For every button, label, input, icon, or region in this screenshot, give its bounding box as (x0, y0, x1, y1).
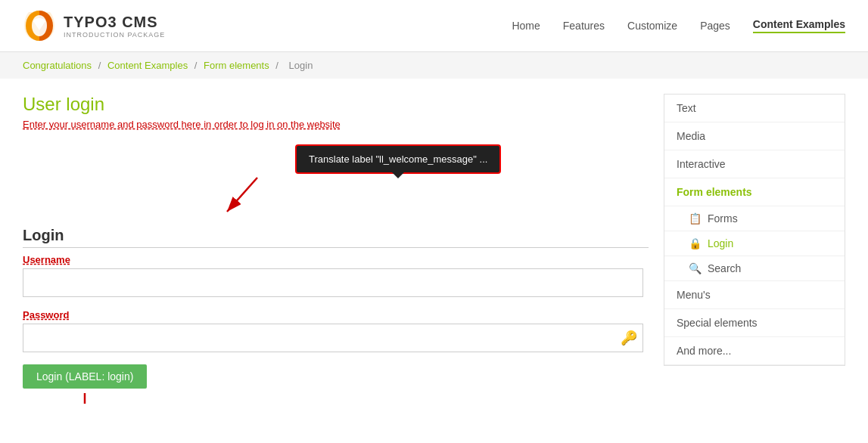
nav-content-examples[interactable]: Content Examples (753, 18, 845, 33)
nav-features[interactable]: Features (563, 20, 605, 32)
sidebar-item-interactive[interactable]: Interactive (664, 150, 845, 178)
login-arrow-icon (70, 392, 100, 404)
arrow-area (23, 174, 649, 219)
logo-text: TYPO3 CMS INTRODUCTION PACKAGE (64, 14, 165, 39)
breadcrumb-content-examples[interactable]: Content Examples (107, 60, 188, 71)
breadcrumb-congratulations[interactable]: Congratulations (23, 60, 92, 71)
svg-line-2 (227, 178, 257, 212)
nav-pages[interactable]: Pages (700, 20, 730, 32)
tooltip-bubble: Translate label "ll_welcome_message" ... (295, 144, 501, 174)
login-section-title: Login (23, 227, 649, 248)
logo-subtitle: INTRODUCTION PACKAGE (64, 31, 165, 39)
login-icon: 🔒 (689, 237, 702, 249)
password-label: Password (23, 309, 649, 321)
search-label: Search (708, 262, 741, 274)
search-icon: 🔍 (689, 262, 702, 274)
logo-area: TYPO3 CMS INTRODUCTION PACKAGE (23, 9, 165, 42)
breadcrumb-form-elements[interactable]: Form elements (204, 60, 269, 71)
main-layout: User login Enter your username and passw… (0, 79, 868, 404)
page-subtitle: Enter your username and password here in… (23, 119, 649, 130)
sidebar-item-login[interactable]: 🔒 Login (664, 231, 845, 256)
password-field-group: Password 🔑 (23, 309, 649, 352)
sidebar-item-and-more[interactable]: And more... (664, 337, 845, 365)
page-title: User login (23, 94, 649, 115)
breadcrumb-login: Login (289, 60, 313, 71)
key-icon: 🔑 (621, 330, 637, 346)
sidebar-item-special-elements[interactable]: Special elements (664, 309, 845, 337)
forms-icon: 📋 (689, 212, 702, 225)
tooltip-text: Translate label "ll_welcome_message" ... (309, 153, 487, 165)
breadcrumb-separator-1: / (98, 60, 104, 71)
username-field-group: Username (23, 254, 649, 297)
login-button[interactable]: Login (LABEL: login) (23, 364, 147, 389)
logo-title: TYPO3 CMS (64, 14, 165, 31)
forms-label: Forms (708, 212, 738, 225)
login-button-area: Login (LABEL: login) (23, 364, 147, 389)
password-wrapper: 🔑 (23, 324, 643, 352)
sidebar-item-forms[interactable]: 📋 Forms (664, 206, 845, 231)
main-nav: Home Features Customize Pages Content Ex… (512, 18, 845, 33)
tooltip-wrapper: Translate label "ll_welcome_message" ... (295, 144, 501, 174)
nav-home[interactable]: Home (512, 20, 540, 32)
typo3-logo-icon (23, 9, 56, 42)
site-header: TYPO3 CMS INTRODUCTION PACKAGE Home Feat… (0, 0, 868, 52)
username-label: Username (23, 254, 649, 265)
password-input[interactable] (23, 324, 643, 352)
red-arrow-icon (212, 174, 272, 219)
breadcrumb-separator-3: / (275, 60, 281, 71)
nav-customize[interactable]: Customize (627, 20, 677, 32)
breadcrumb: Congratulations / Content Examples / For… (0, 52, 868, 79)
sidebar-item-search[interactable]: 🔍 Search (664, 256, 845, 281)
username-input[interactable] (23, 268, 643, 297)
content-area: User login Enter your username and passw… (23, 94, 649, 389)
sidebar-item-form-elements: Form elements (664, 178, 845, 206)
login-label: Login (708, 237, 733, 249)
sidebar-item-media[interactable]: Media (664, 122, 845, 150)
sidebar-item-text[interactable]: Text (664, 94, 845, 122)
breadcrumb-separator-2: / (194, 60, 200, 71)
sidebar: Text Media Interactive Form elements 📋 F… (664, 94, 845, 366)
sidebar-item-menus[interactable]: Menu's (664, 281, 845, 309)
